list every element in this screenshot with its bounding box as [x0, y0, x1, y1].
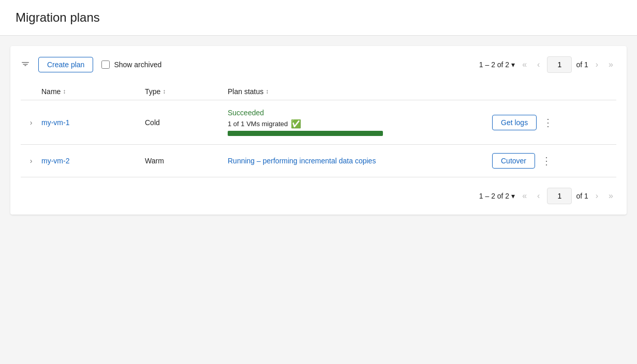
range-text-bottom: 1 – 2 of 2 [479, 192, 509, 200]
more-menu-btn-1[interactable]: ⋮ [541, 115, 555, 130]
plan-name-link-1[interactable]: my-vm-1 [41, 118, 145, 127]
sort-type-icon[interactable]: ↕ [162, 88, 166, 95]
prev-page-btn-top[interactable]: ‹ [534, 58, 543, 71]
per-page-select-bottom[interactable]: 1 – 2 of 2 ▾ [479, 192, 515, 200]
show-archived-text: Show archived [114, 60, 161, 69]
status-label-1: Succeeded [228, 109, 492, 117]
sort-status-icon[interactable]: ↕ [265, 88, 269, 95]
col-type: Type ↕ [145, 87, 228, 96]
status-cell-1: Succeeded 1 of 1 VMs migrated ✅ [228, 109, 492, 136]
prev-page-btn-bottom[interactable]: ‹ [534, 190, 543, 202]
of-text-top: of 1 [576, 60, 588, 69]
col-name: Name ↕ [41, 87, 145, 96]
page-input-bottom[interactable]: 1 [547, 188, 572, 204]
plan-type-1: Cold [145, 118, 228, 127]
dropdown-icon-bottom: ▾ [511, 192, 515, 200]
last-page-btn-bottom[interactable]: » [605, 190, 616, 202]
dropdown-icon-top: ▾ [511, 60, 515, 69]
table-row: › my-vm-1 Cold Succeeded 1 of 1 VMs migr… [21, 100, 616, 145]
status-label-2: Running – performing incremental data co… [228, 157, 492, 165]
first-page-btn-bottom[interactable]: « [519, 190, 530, 202]
vms-line-1: 1 of 1 VMs migrated ✅ [228, 119, 492, 129]
progress-bar-fill-1 [228, 131, 383, 136]
show-archived-checkbox[interactable] [101, 60, 110, 69]
success-check-icon: ✅ [291, 119, 301, 129]
status-cell-2: Running – performing incremental data co… [228, 157, 492, 165]
expand-row2-btn[interactable]: › [21, 157, 41, 165]
action-cell-1: Get logs ⋮ [492, 115, 596, 130]
range-text-top: 1 – 2 of 2 [479, 60, 509, 69]
cutover-button[interactable]: Cutover [492, 153, 535, 169]
filter-icon[interactable] [21, 59, 30, 71]
show-archived-label: Show archived [101, 60, 161, 69]
next-page-btn-bottom[interactable]: › [592, 190, 601, 202]
plan-type-2: Warm [145, 157, 228, 165]
plan-name-link-2[interactable]: my-vm-2 [41, 157, 145, 165]
page-input-top[interactable]: 1 [547, 56, 572, 73]
first-page-btn-top[interactable]: « [519, 58, 530, 71]
action-cell-2: Cutover ⋮ [492, 153, 596, 169]
more-menu-btn-2[interactable]: ⋮ [539, 154, 554, 168]
last-page-btn-top[interactable]: » [605, 58, 616, 71]
of-text-bottom: of 1 [576, 192, 588, 200]
col-status: Plan status ↕ [228, 87, 492, 96]
expand-row1-btn[interactable]: › [21, 118, 41, 127]
table-header: Name ↕ Type ↕ Plan status ↕ [21, 83, 616, 100]
sort-name-icon[interactable]: ↕ [63, 88, 66, 95]
get-logs-button[interactable]: Get logs [492, 115, 537, 130]
page-title: Migration plans [16, 10, 621, 25]
per-page-select[interactable]: 1 – 2 of 2 ▾ [479, 60, 515, 69]
create-plan-button[interactable]: Create plan [38, 57, 93, 72]
pagination-bottom: 1 – 2 of 2 ▾ « ‹ 1 of 1 › » [21, 188, 616, 204]
next-page-btn-top[interactable]: › [592, 58, 601, 71]
progress-bar-1 [228, 131, 383, 136]
table-row: › my-vm-2 Warm Running – performing incr… [21, 145, 616, 177]
